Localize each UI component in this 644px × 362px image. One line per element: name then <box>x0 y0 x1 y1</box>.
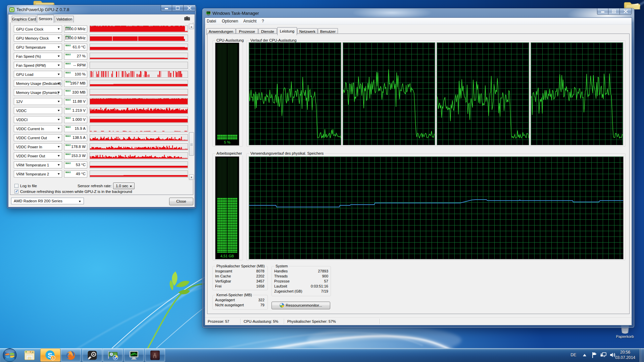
svg-text:1: 1 <box>52 356 54 360</box>
